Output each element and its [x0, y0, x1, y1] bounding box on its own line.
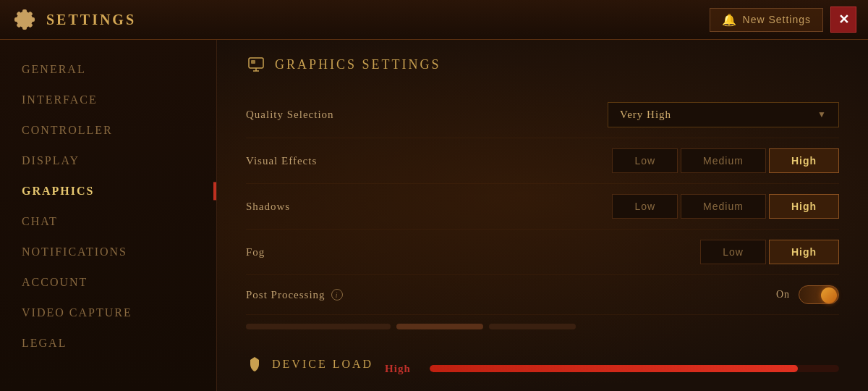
device-load-title: DEVICE LOAD	[272, 358, 373, 371]
quality-dropdown[interactable]: Very High ▼	[608, 102, 839, 127]
header: SETTINGS 🔔 New Settings ✕	[0, 0, 868, 40]
graphics-icon	[246, 54, 266, 75]
section-title: GRAPHICS SETTINGS	[275, 57, 441, 72]
scroll-section	[246, 324, 839, 329]
quality-selection-row: Quality Selection Very High ▼	[246, 92, 839, 138]
shadows-high[interactable]: High	[769, 194, 839, 219]
settings-icon	[12, 7, 38, 33]
device-load-info: High	[385, 363, 839, 375]
main-layout: GENERAL INTERFACE CONTROLLER DISPLAY GRA…	[0, 40, 868, 391]
toggle-knob	[821, 287, 837, 303]
shadows-row: Shadows Low Medium High	[246, 184, 839, 230]
sidebar-item-chat[interactable]: CHAT	[0, 206, 216, 237]
quality-value: Very High	[620, 109, 671, 121]
post-processing-toggle[interactable]	[799, 285, 839, 304]
content-area: GRAPHICS SETTINGS Quality Selection Very…	[217, 40, 868, 391]
device-load-level: High	[385, 363, 421, 375]
post-processing-info-icon[interactable]: i	[331, 289, 343, 300]
scroll-bar-1[interactable]	[246, 324, 391, 329]
new-settings-button[interactable]: 🔔 New Settings	[710, 8, 823, 32]
fog-label: Fog	[246, 246, 265, 258]
post-processing-label-group: Post Processing i	[246, 289, 343, 301]
post-processing-toggle-container: On	[776, 285, 839, 304]
shadows-medium[interactable]: Medium	[681, 194, 766, 219]
post-processing-row: Post Processing i On	[246, 275, 839, 315]
sidebar-item-account[interactable]: ACCOUNT	[0, 267, 216, 298]
header-left: SETTINGS	[12, 7, 136, 33]
device-load-header: DEVICE LOAD	[246, 356, 373, 373]
header-right: 🔔 New Settings ✕	[710, 7, 856, 33]
sidebar-item-legal[interactable]: LEGAL	[0, 328, 216, 358]
device-load-row: DEVICE LOAD High	[246, 356, 839, 382]
visual-effects-row: Visual Effects Low Medium High	[246, 138, 839, 184]
visual-effects-btn-group: Low Medium High	[612, 148, 839, 173]
new-settings-label: New Settings	[743, 14, 811, 25]
fog-high[interactable]: High	[769, 240, 839, 264]
fog-row: Fog Low High	[246, 230, 839, 275]
close-button[interactable]: ✕	[830, 7, 856, 33]
visual-effects-medium[interactable]: Medium	[681, 148, 766, 173]
sidebar-item-general[interactable]: GENERAL	[0, 54, 216, 85]
device-load-section: DEVICE LOAD High	[246, 344, 839, 382]
visual-effects-label: Visual Effects	[246, 155, 317, 167]
sidebar-item-interface[interactable]: INTERFACE	[0, 85, 216, 115]
shadows-low[interactable]: Low	[612, 194, 678, 219]
sidebar-item-controller[interactable]: CONTROLLER	[0, 115, 216, 146]
device-load-bar-fill	[430, 365, 798, 372]
visual-effects-high[interactable]: High	[769, 148, 839, 173]
sidebar-item-notifications[interactable]: NOTIFICATIONS	[0, 237, 216, 267]
sidebar-item-display[interactable]: DISPLAY	[0, 146, 216, 176]
shadows-label: Shadows	[246, 201, 290, 213]
sidebar-item-graphics[interactable]: GRAPHICS	[0, 176, 216, 206]
post-processing-label: Post Processing	[246, 289, 326, 301]
scroll-bar-3[interactable]	[489, 324, 576, 329]
visual-effects-low[interactable]: Low	[612, 148, 678, 173]
fog-btn-group: Low High	[700, 240, 839, 264]
device-load-icon	[246, 356, 263, 373]
device-load-bar-background	[430, 365, 839, 372]
sidebar-item-video-capture[interactable]: VIDEO CAPTURE	[0, 298, 216, 328]
shadows-btn-group: Low Medium High	[612, 194, 839, 219]
scroll-bar-2[interactable]	[396, 324, 483, 329]
section-header: GRAPHICS SETTINGS	[246, 54, 839, 75]
svg-rect-1	[251, 60, 255, 64]
dropdown-arrow-icon: ▼	[817, 109, 827, 120]
header-title: SETTINGS	[46, 12, 136, 28]
sidebar: GENERAL INTERFACE CONTROLLER DISPLAY GRA…	[0, 40, 217, 391]
quality-selection-label: Quality Selection	[246, 109, 334, 121]
post-processing-value: On	[776, 289, 790, 300]
fog-low[interactable]: Low	[700, 240, 766, 264]
